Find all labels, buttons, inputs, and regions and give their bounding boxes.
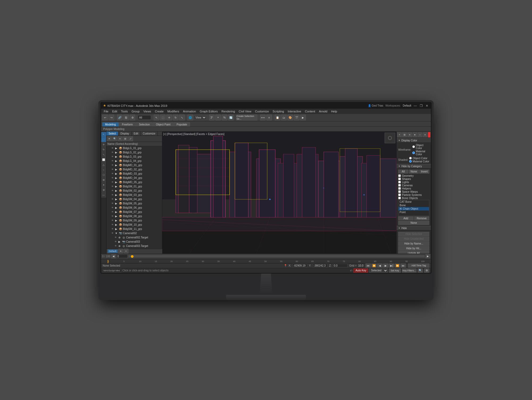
expand-icon[interactable]: ▶ bbox=[114, 197, 118, 201]
maxscript-mini[interactable]: MAXScript Mini bbox=[103, 269, 121, 272]
visibility-icon[interactable]: 👁 bbox=[111, 159, 114, 163]
menu-item-interactive[interactable]: Interactive bbox=[286, 110, 303, 113]
bind-button[interactable]: ⚙ bbox=[130, 115, 135, 120]
move-btn[interactable]: ✛ bbox=[166, 115, 172, 120]
menu-item-customize[interactable]: Customize bbox=[253, 110, 271, 113]
minimize-button[interactable]: — bbox=[413, 104, 417, 108]
rp-btn6[interactable]: ≡ bbox=[423, 132, 427, 137]
hbc-invert-btn[interactable]: Invert bbox=[419, 170, 429, 174]
menu-item-scripting[interactable]: Scripting bbox=[271, 110, 286, 113]
tab-populate[interactable]: Populate bbox=[174, 122, 190, 127]
visibility-icon[interactable]: 👁 bbox=[111, 202, 114, 205]
rp-btn2[interactable]: ⊞ bbox=[402, 132, 407, 137]
left-tool-btn-11[interactable]: ⚙ bbox=[101, 188, 106, 192]
left-tool-btn-3[interactable]: ↻ bbox=[101, 147, 106, 152]
visibility-icon[interactable]: 👁 bbox=[111, 163, 114, 167]
timeline-end-btn[interactable]: ▶ bbox=[426, 254, 430, 258]
visibility-icon[interactable]: 👁 bbox=[111, 189, 114, 193]
visibility-icon[interactable]: 👁 bbox=[111, 185, 114, 188]
hide-by-category-header[interactable]: Hide by Category bbox=[397, 164, 431, 169]
scene-item[interactable]: 👁▶📷Camera003 bbox=[106, 240, 162, 244]
expand-icon[interactable]: ▶ bbox=[114, 214, 118, 218]
menu-item-modifiers[interactable]: Modifiers bbox=[166, 110, 181, 113]
scene-item[interactable]: 👁▶📦BldgSM_08_grp bbox=[106, 214, 162, 218]
expand-icon[interactable]: ▶ bbox=[114, 185, 118, 188]
left-tool-btn-0[interactable]: ↖ bbox=[101, 132, 106, 137]
cat-remove-btn[interactable]: Remove bbox=[414, 216, 430, 220]
left-tool-btn-8[interactable]: ⬡ bbox=[101, 172, 106, 177]
hbc-all-btn[interactable]: All bbox=[398, 170, 408, 174]
spacewarps-check[interactable]: Space Warps bbox=[398, 190, 429, 193]
extra-btn1[interactable]: 🔍 bbox=[418, 268, 423, 273]
helpers-check[interactable]: Helpers bbox=[398, 187, 429, 190]
scene-item[interactable]: 👁▶📦BldgLG_03_grp bbox=[106, 155, 162, 159]
timeline-cursor[interactable] bbox=[131, 255, 134, 258]
scene-item[interactable]: 👁▶📦BldgSM_10_grp bbox=[106, 223, 162, 227]
restore-button[interactable]: ❐ bbox=[419, 104, 423, 108]
timeline-slider[interactable] bbox=[128, 255, 425, 257]
visibility-icon[interactable]: 👁 bbox=[111, 146, 114, 150]
tab-selection[interactable]: Selection bbox=[136, 122, 153, 127]
scene-item[interactable]: 👁▶📦BldgSM_06_grp bbox=[106, 206, 162, 210]
close-button[interactable]: ✕ bbox=[425, 104, 429, 108]
visibility-icon[interactable]: 👁 bbox=[111, 151, 114, 154]
cat-list-item[interactable]: CAT Bone bbox=[398, 200, 429, 204]
left-tool-btn-2[interactable]: ✛ bbox=[101, 142, 106, 147]
expand-icon[interactable]: ▶ bbox=[114, 227, 118, 231]
go-end-btn[interactable]: ⏭ bbox=[401, 263, 406, 268]
viewport[interactable]: [+] [Perspective] [Standard] [Facets + E… bbox=[162, 132, 396, 254]
unlink-button[interactable]: ⛓ bbox=[123, 115, 129, 120]
cat-list-item[interactable]: IK Chain Object bbox=[398, 207, 429, 210]
hide-btn-hide-by-hit[interactable]: Hide by Hit... bbox=[398, 246, 429, 251]
visibility-icon[interactable]: 👁 bbox=[111, 172, 114, 176]
visibility-icon[interactable]: 👁 bbox=[111, 214, 114, 218]
menu-item-arnold[interactable]: Arnold bbox=[317, 110, 329, 113]
shaded-object-color[interactable]: Object Color bbox=[409, 157, 429, 160]
expand-icon[interactable]: ▶ bbox=[114, 180, 118, 184]
hide-btn-hide-by-name[interactable]: Hide by Name... bbox=[398, 241, 429, 246]
wireframe-object-color[interactable]: Object Color bbox=[412, 144, 429, 150]
menu-item-group[interactable]: Group bbox=[130, 110, 141, 113]
layer-add-btn[interactable]: + bbox=[124, 249, 128, 254]
y-input[interactable] bbox=[313, 264, 327, 267]
extra-btn2[interactable]: ⚙ bbox=[424, 268, 429, 273]
next-frame-btn[interactable]: ▶| bbox=[389, 263, 394, 268]
visibility-icon[interactable]: 👁 bbox=[111, 210, 114, 214]
scale-btn[interactable]: ⤡ bbox=[179, 115, 185, 120]
expand-icon[interactable]: ▶ bbox=[114, 159, 118, 163]
add-time-tag-btn[interactable]: Add Time Tag bbox=[408, 263, 429, 268]
tab-object-paint[interactable]: Object Paint bbox=[153, 122, 173, 127]
menu-item-rendering[interactable]: Rendering bbox=[220, 110, 237, 113]
set-key-btn[interactable]: Set Key bbox=[389, 268, 401, 273]
play-btn[interactable]: ▶ bbox=[383, 263, 388, 268]
prev-key-btn[interactable]: ⏪ bbox=[371, 263, 377, 268]
rp-btn4[interactable]: ● bbox=[413, 132, 417, 137]
left-tool-btn-7[interactable]: ○ bbox=[101, 167, 106, 172]
lights-check[interactable]: Lights bbox=[398, 181, 429, 184]
visibility-icon[interactable]: 👁 bbox=[111, 227, 114, 231]
scene-item[interactable]: 👁⊕◎Camera003.Target bbox=[106, 244, 162, 248]
scene-item[interactable]: 👁▶📦BldgSM_11_grp bbox=[106, 227, 162, 231]
scene-item[interactable]: 👁▶📦BldgSM_05_grp bbox=[106, 201, 162, 206]
tab-freeform[interactable]: Freeform bbox=[119, 122, 136, 127]
visibility-icon[interactable]: 👁 bbox=[111, 223, 114, 227]
expand-icon[interactable]: ▶ bbox=[114, 193, 118, 197]
left-tool-btn-9[interactable]: ⊞ bbox=[101, 178, 106, 182]
wireframe-material-color[interactable]: Material Color bbox=[412, 150, 429, 156]
scene-item[interactable]: 👁▶📦BldgMD_02_grp bbox=[106, 167, 162, 172]
scene-item[interactable]: 👁▶📦BldgSM_03_grp bbox=[106, 193, 162, 197]
menu-item-file[interactable]: File bbox=[102, 110, 110, 113]
menu-item-views[interactable]: Views bbox=[142, 110, 153, 113]
rp-btn1[interactable]: + bbox=[397, 132, 402, 137]
select-region-btn[interactable]: ⬚ bbox=[160, 115, 166, 120]
create-sel-btn[interactable]: Create Selection Se... bbox=[236, 115, 257, 120]
x-input[interactable] bbox=[293, 264, 307, 267]
scene-item[interactable]: 👁▶📦BldgSM_09_grp bbox=[106, 218, 162, 223]
scene-item[interactable]: 👁▼📷Camera002 bbox=[106, 231, 162, 235]
link-button[interactable]: 🔗 bbox=[117, 115, 123, 120]
expand-icon[interactable]: ▶ bbox=[114, 172, 118, 176]
menu-item-create[interactable]: Create bbox=[153, 110, 165, 113]
visibility-icon[interactable]: 👁 bbox=[111, 176, 114, 180]
cat-none-btn[interactable]: None bbox=[398, 221, 429, 225]
cat-list-item[interactable]: Point bbox=[398, 210, 429, 214]
